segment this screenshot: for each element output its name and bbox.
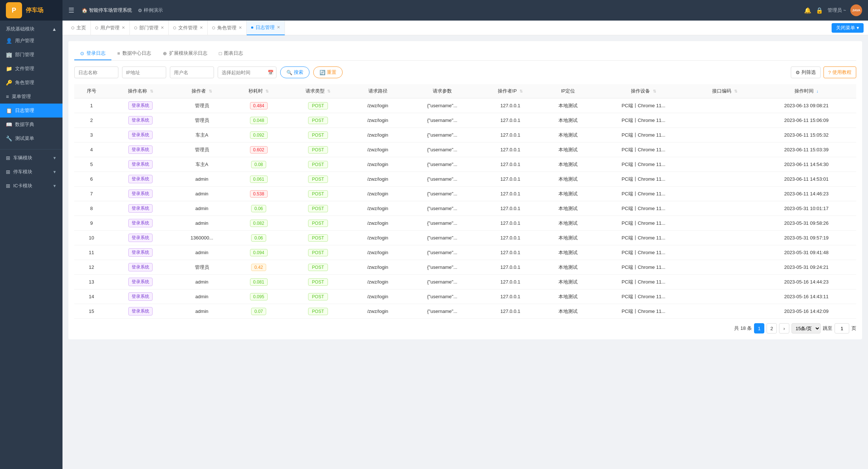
sidebar-item-log[interactable]: 📋 日志管理 <box>0 104 62 118</box>
cell-operator: admin <box>172 245 231 260</box>
chart-log-icon: □ <box>219 51 222 56</box>
cell-device: PC端丨Chrome 11... <box>594 128 693 142</box>
avatar[interactable]: JAVA <box>850 4 862 16</box>
col-filter-button[interactable]: ⚙ 列筛选 <box>791 66 821 78</box>
cell-time: 2023-05-31 09:41:48 <box>757 245 856 260</box>
cell-code <box>693 98 756 113</box>
close-menu-button[interactable]: 关闭菜单 ▾ <box>832 23 864 33</box>
req-type-badge: POST <box>308 146 328 154</box>
cell-time: 2023-05-16 14:43:11 <box>757 289 856 304</box>
col-ip[interactable]: 操作者IP ⇅ <box>479 84 542 98</box>
lock-icon[interactable]: 🔒 <box>816 7 823 14</box>
cell-op-name: 登录系统 <box>109 98 172 113</box>
tab-log[interactable]: 日志管理 ✕ <box>247 21 285 35</box>
sub-tab-login-log[interactable]: ⊙ 登录日志 <box>74 47 111 60</box>
sidebar-item-test[interactable]: 🔧 测试菜单 <box>0 131 62 145</box>
page-btn-2[interactable]: 2 <box>767 323 777 333</box>
ip-input[interactable] <box>122 66 166 78</box>
sidebar-item-ic[interactable]: ⊞ IC卡模块 ▼ <box>0 179 62 193</box>
topbar: ☰ 🏠 智能停车场管理系统 ⚙ 样例演示 🔔 🔒 管理员 ~ JAVA <box>62 0 868 21</box>
cell-req-type: POST <box>286 231 350 245</box>
cell-params: {"username"... <box>406 128 479 142</box>
tab-close-role[interactable]: ✕ <box>239 25 242 30</box>
tab-close-file[interactable]: ✕ <box>200 25 203 30</box>
reset-icon: 🔄 <box>319 70 325 75</box>
cell-req-type: POST <box>286 260 350 275</box>
tab-dept[interactable]: 部门管理 ✕ <box>130 21 169 35</box>
cell-op-name: 登录系统 <box>109 231 172 245</box>
cell-time: 2023-06-11 15:06:09 <box>757 113 856 128</box>
table-row: 7 登录系统 admin 0.538 POST /zwz/login {"use… <box>74 187 856 201</box>
date-input-wrapper: 📅 <box>218 66 276 78</box>
ms-badge: 0.42 <box>251 264 266 271</box>
cell-id: 11 <box>74 245 109 260</box>
op-name-tag: 登录系统 <box>128 116 153 125</box>
cell-params: {"username"... <box>406 201 479 216</box>
sidebar-item-menu[interactable]: ≡ 菜单管理 <box>0 90 62 104</box>
cell-device: PC端丨Chrome 11... <box>594 245 693 260</box>
cell-id: 9 <box>74 216 109 231</box>
col-device[interactable]: 操作设备 ⇅ <box>594 84 693 98</box>
sidebar-section-title[interactable]: 系统基础模块 ▲ <box>0 23 62 34</box>
sidebar-item-file[interactable]: 📁 文件管理 <box>0 62 62 76</box>
hamburger-icon[interactable]: ☰ <box>68 6 74 14</box>
cell-params: {"username"... <box>406 304 479 319</box>
search-button[interactable]: 🔍 搜索 <box>280 66 310 78</box>
req-type-badge: POST <box>308 205 328 212</box>
sidebar-item-parking[interactable]: ⊞ 停车模块 ▼ <box>0 165 62 179</box>
table-header: 序号 操作名称 ⇅ 操作者 ⇅ 秒耗时 ⇅ 请求类型 ⇅ 请求路径 请求参数 操… <box>74 84 856 98</box>
col-operator[interactable]: 操作者 ⇅ <box>172 84 231 98</box>
username-input[interactable] <box>170 66 214 78</box>
cell-params: {"username"... <box>406 172 479 187</box>
role-icon: 🔑 <box>6 80 12 86</box>
col-code[interactable]: 接口编码 ⇅ <box>693 84 756 98</box>
cell-operator: 管理员 <box>172 113 231 128</box>
page-btn-next[interactable]: › <box>779 323 789 333</box>
op-name-tag: 登录系统 <box>128 160 153 169</box>
cell-operator: 1360000... <box>172 231 231 245</box>
tab-home[interactable]: 主页 <box>67 21 91 35</box>
ms-badge: 0.07 <box>251 308 266 315</box>
cell-params: {"username"... <box>406 98 479 113</box>
cell-device: PC端丨Chrome 11... <box>594 289 693 304</box>
cell-id: 1 <box>74 98 109 113</box>
tab-file[interactable]: 文件管理 ✕ <box>169 21 208 35</box>
jump-input[interactable] <box>835 323 849 333</box>
sidebar-item-role[interactable]: 🔑 角色管理 <box>0 76 62 90</box>
page-size-select[interactable]: 15条/页 20条/页 50条/页 <box>792 323 821 333</box>
bell-icon[interactable]: 🔔 <box>804 7 811 14</box>
req-type-badge: POST <box>308 220 328 227</box>
sort-icon-req-type: ⇅ <box>327 89 331 93</box>
tab-role[interactable]: 角色管理 ✕ <box>208 21 247 35</box>
table-row: 11 登录系统 admin 0.094 POST /zwz/login {"us… <box>74 245 856 260</box>
topbar-user[interactable]: 管理员 ~ <box>828 7 846 14</box>
col-op-name[interactable]: 操作名称 ⇅ <box>109 84 172 98</box>
col-time[interactable]: 操作时间 ↓ <box>757 84 856 98</box>
sidebar-item-dept[interactable]: 🏢 部门管理 <box>0 48 62 62</box>
sidebar-item-user[interactable]: 👤 用户管理 <box>0 34 62 48</box>
cell-ip: 127.0.0.1 <box>479 113 542 128</box>
sidebar-item-dict[interactable]: 📖 数据字典 <box>0 118 62 131</box>
tab-close-user[interactable]: ✕ <box>122 25 125 30</box>
tab-close-log[interactable]: ✕ <box>277 25 280 30</box>
page-btn-1[interactable]: 1 <box>754 323 764 333</box>
log-name-input[interactable] <box>74 66 118 78</box>
sub-tab-datacenter-log[interactable]: ≡ 数据中心日志 <box>111 47 157 60</box>
table-row: 6 登录系统 admin 0.061 POST /zwz/login {"use… <box>74 172 856 187</box>
topbar-nav-demo[interactable]: ⚙ 样例演示 <box>138 7 163 14</box>
sub-tab-extension-log[interactable]: ⊕ 扩展模块展示日志 <box>157 47 213 60</box>
col-ms[interactable]: 秒耗时 ⇅ <box>231 84 286 98</box>
reset-button[interactable]: 🔄 重置 <box>313 66 343 78</box>
col-req-type[interactable]: 请求类型 ⇅ <box>286 84 350 98</box>
cell-code <box>693 142 756 157</box>
cell-device: PC端丨Chrome 11... <box>594 113 693 128</box>
tutorial-button[interactable]: ? 使用教程 <box>824 66 856 78</box>
sub-tab-chart-log[interactable]: □ 图表日志 <box>213 47 249 60</box>
tab-close-dept[interactable]: ✕ <box>161 25 164 30</box>
tabbar: 主页 用户管理 ✕ 部门管理 ✕ 文件管理 ✕ 角色管理 ✕ 日志管理 ✕ 关闭… <box>62 21 868 35</box>
sidebar-item-vehicle[interactable]: ⊞ 车辆模块 ▼ <box>0 151 62 165</box>
cell-device: PC端丨Chrome 11... <box>594 172 693 187</box>
topbar-nav-home[interactable]: 🏠 智能停车场管理系统 <box>82 7 132 14</box>
tab-user[interactable]: 用户管理 ✕ <box>91 21 130 35</box>
cell-req-type: POST <box>286 201 350 216</box>
